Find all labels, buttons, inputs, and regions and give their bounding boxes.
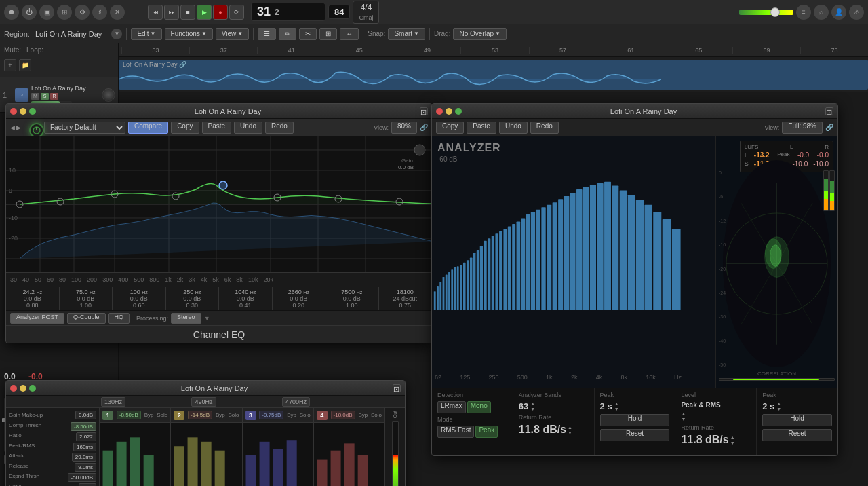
copy-button[interactable]: Copy (171, 122, 199, 134)
min-multipressor-button[interactable] (20, 385, 26, 392)
settings-icon[interactable]: ⚙ (75, 5, 90, 20)
rms-fast-select[interactable]: RMS Fast (437, 426, 474, 438)
tempo-display[interactable]: 84 (328, 5, 350, 19)
resize-icon[interactable]: ⊡ (420, 107, 428, 115)
power-icon[interactable]: ⏻ (22, 5, 37, 20)
link-icon[interactable]: 🔗 (420, 124, 428, 131)
peak-down[interactable]: ▼ (614, 407, 619, 411)
no-overlap-button[interactable]: No Overlap ▼ (453, 28, 507, 40)
bands-up[interactable]: ▲ (530, 401, 535, 406)
redo-analyzer-btn[interactable]: Redo (530, 122, 559, 134)
band-4-gain[interactable]: -18.0dB (331, 411, 355, 419)
band-2-gain[interactable]: -14.5dB (188, 411, 212, 419)
mute-btn[interactable]: M (31, 93, 39, 100)
close-button[interactable] (10, 108, 17, 115)
volume-knob[interactable] (770, 7, 780, 17)
power-button[interactable] (29, 123, 44, 138)
tune-icon[interactable]: ♯ (92, 5, 107, 20)
band-2-byp[interactable]: Byp (216, 412, 225, 418)
audio-region[interactable]: Lofi On A Rainy Day 🔗 (119, 60, 868, 90)
peak-mode-select[interactable]: Peak (475, 426, 498, 438)
tool-pen-button[interactable]: ✏ (279, 28, 296, 40)
q-couple-tab[interactable]: Q-Couple (67, 313, 106, 324)
cpu-icon[interactable]: ⊞ (57, 5, 72, 20)
release-value[interactable]: 9.0ms (75, 463, 96, 472)
band-1-button[interactable]: 1 (102, 411, 113, 420)
region-menu-icon[interactable]: ▼ (111, 29, 122, 39)
peak2-down[interactable]: ▼ (776, 407, 781, 411)
level-up[interactable]: ▲ (681, 411, 751, 416)
band-1-byp[interactable]: Byp (144, 412, 154, 418)
crossover-3[interactable]: 4700Hz (282, 397, 310, 407)
band-3-solo[interactable]: Solo (300, 412, 311, 418)
peak-rms-value[interactable]: 160ms (73, 443, 96, 451)
redo-button[interactable]: Redo (265, 122, 294, 134)
rr2-up[interactable]: ▲ (730, 435, 735, 440)
band-3-byp[interactable]: Byp (287, 412, 296, 418)
alert-icon[interactable]: ⚠ (849, 5, 864, 20)
expthresh-value[interactable]: -50.00dB (68, 473, 96, 482)
maximize-button[interactable] (29, 108, 36, 115)
min-analyzer-button[interactable] (446, 108, 452, 115)
user-icon[interactable]: 👤 (831, 5, 846, 20)
undo-button[interactable]: Undo (234, 122, 262, 134)
peak2-up[interactable]: ▲ (776, 401, 781, 406)
loop-button[interactable]: ⟳ (229, 5, 244, 20)
bands-down[interactable]: ▼ (530, 407, 535, 411)
attack-value[interactable]: 29.0ms (72, 453, 96, 462)
band-1-solo[interactable]: Solo (157, 412, 167, 418)
undo-analyzer-btn[interactable]: Undo (499, 122, 528, 134)
preset-select[interactable]: Factory Default (44, 122, 125, 134)
functions-button[interactable]: Functions ▼ (165, 28, 213, 40)
paste-analyzer-btn[interactable]: Paste (467, 122, 496, 134)
tool-scissors-button[interactable]: ✂ (299, 28, 317, 40)
band-3-button[interactable]: 3 (245, 411, 256, 420)
hold-1-button[interactable]: Hold (600, 414, 670, 426)
band-4-button[interactable]: 4 (317, 411, 328, 420)
view-button[interactable]: View ▼ (216, 28, 249, 40)
record-circle-icon[interactable]: ⏺ (4, 5, 19, 20)
band-3-gain[interactable]: -9.75dB (259, 411, 283, 419)
band-1-gain[interactable]: -8.50dB (117, 411, 141, 419)
compare-button[interactable]: Compare (128, 122, 168, 134)
next-preset-button[interactable]: ▶ (16, 124, 21, 131)
tool-arrow-button[interactable]: ↔ (340, 28, 359, 40)
close-analyzer-button[interactable] (436, 108, 443, 115)
link-icon-analyzer[interactable]: 🔗 (825, 124, 833, 131)
tool-flex-button[interactable]: ⊞ (319, 28, 337, 40)
peak-up[interactable]: ▲ (614, 401, 619, 406)
tool-list-button[interactable]: ☰ (258, 28, 276, 40)
minimize-button[interactable] (20, 108, 26, 115)
ratio2-value[interactable]: 1.03 (79, 483, 96, 486)
capture-icon[interactable]: ▣ (39, 5, 54, 20)
reset-2-button[interactable]: Reset (762, 429, 832, 441)
time-sig-display[interactable]: 4/4 Cmaj (353, 1, 379, 24)
edit-button[interactable]: Edit ▼ (131, 28, 161, 40)
mono-select[interactable]: Mono (467, 401, 491, 413)
volume-bar[interactable] (739, 10, 793, 15)
band-2-button[interactable]: 2 (174, 411, 184, 420)
hold-2-button[interactable]: Hold (762, 414, 832, 426)
processing-menu[interactable]: ▼ (204, 315, 210, 322)
pan-knob[interactable] (102, 88, 115, 102)
list-icon[interactable]: ≡ (796, 5, 811, 20)
rr1-down[interactable]: ▼ (568, 430, 572, 435)
resize-icon-multi[interactable]: ⊡ (393, 384, 401, 392)
band-4-byp[interactable]: Byp (358, 412, 368, 418)
reset-1-button[interactable]: Reset (600, 429, 670, 441)
stop-button[interactable]: ■ (180, 5, 195, 20)
view-value-analyzer[interactable]: Full: 98% (782, 122, 823, 134)
add-track-button[interactable]: + (4, 59, 16, 71)
level-down[interactable]: ▼ (681, 417, 751, 422)
max-analyzer-button[interactable] (455, 108, 462, 115)
eq-canvas[interactable]: 10 0 -10 -20 Gain 0.0 dB (6, 136, 432, 272)
smart-snap-button[interactable]: Smart ▼ (388, 28, 425, 40)
view-value[interactable]: 80% (391, 122, 417, 134)
flex-icon[interactable]: ✕ (110, 5, 125, 20)
stereo-processing[interactable]: Stereo (171, 313, 201, 324)
hq-tab[interactable]: HQ (108, 313, 130, 324)
record-arm-btn[interactable]: R (50, 93, 58, 100)
copy-analyzer-btn[interactable]: Copy (436, 122, 464, 134)
band-2-solo[interactable]: Solo (228, 412, 239, 418)
play-button[interactable]: ▶ (197, 5, 212, 20)
